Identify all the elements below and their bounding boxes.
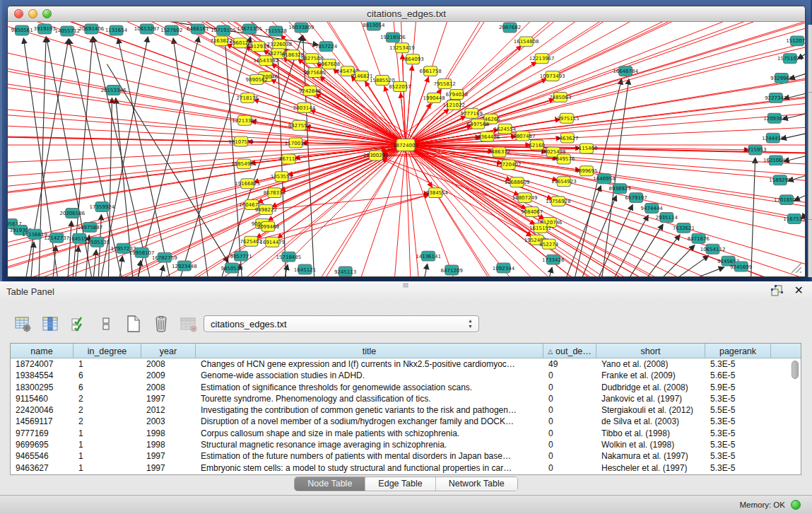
tab-node-table[interactable]: Node Table [295, 477, 365, 491]
float-window-icon[interactable] [771, 285, 783, 296]
reference-edge[interactable] [120, 256, 123, 276]
node-label: 1615152 [529, 226, 551, 231]
table-row[interactable]: 911546021997Tourette syndrome. Phenomeno… [11, 393, 801, 404]
node-label: 12213386 [232, 118, 257, 124]
node-label: 1353554 [271, 174, 293, 180]
citation-edge[interactable] [266, 194, 429, 210]
table-row[interactable]: 946554611997Estimation of the future num… [11, 450, 801, 462]
column-header-in_degree[interactable]: in_degree [73, 344, 141, 358]
table-row[interactable]: 1938455462009Genome-wide association stu… [11, 370, 801, 381]
column-header-title[interactable]: title [196, 344, 543, 358]
table-cell: Corpus callosum shape and size in male p… [196, 428, 543, 439]
node-label: 19384554 [423, 190, 448, 196]
table-toolbar: f(x) [14, 313, 225, 334]
table-row[interactable]: 2242004622012Investigating the contribut… [11, 404, 801, 416]
node-label: 16648784 [613, 69, 638, 74]
node-label: 867110 [279, 156, 298, 162]
reference-edge[interactable] [425, 264, 428, 276]
table-row[interactable]: 977716911998Corpus callosum shape and si… [11, 428, 801, 439]
node-label: 20691406 [79, 26, 105, 32]
table-cell: Dudbridge et al. (2008) [596, 382, 705, 393]
node-label: 2718176 [237, 95, 259, 101]
reference-edge[interactable] [550, 267, 552, 276]
resize-grip-icon[interactable] [789, 261, 802, 274]
column-header-pagerank[interactable]: pagerank [705, 344, 771, 358]
table-cell: Wolkin et al. (1998) [596, 439, 705, 450]
reference-edge[interactable] [689, 267, 724, 276]
table-cell: 1998 [141, 439, 196, 450]
memory-ok-indicator-icon[interactable] [791, 500, 801, 510]
table-cell: Nakamura et al. (1997) [596, 450, 705, 462]
table-cell: 0 [543, 404, 596, 416]
node-label: 10973493 [540, 74, 565, 79]
panel-title: Table Panel [6, 286, 54, 297]
node-label: 10807487 [510, 134, 536, 139]
new-table-button[interactable] [124, 315, 143, 333]
table-cell: Franke et al. (2009) [596, 370, 705, 381]
node-label: 19654923 [551, 179, 577, 185]
node-label: 1244415 [762, 136, 784, 141]
node-label: 8471676 [688, 236, 710, 242]
delete-table-button[interactable] [152, 315, 170, 333]
column-header-name[interactable]: name [11, 344, 73, 358]
table-cell: 0 [543, 382, 596, 393]
node-label: 23226038 [267, 42, 293, 47]
merge-tables-button[interactable] [97, 315, 115, 333]
reference-edge[interactable] [781, 134, 805, 139]
window-titlebar[interactable]: citations_edges.txt [8, 6, 805, 22]
table-row[interactable]: 969969511998Structural magnetic resonanc… [11, 439, 801, 450]
table-select-dropdown[interactable]: citations_edges.txt ▲▼ [204, 315, 479, 332]
reference-edge[interactable] [173, 38, 208, 276]
splitter-handle-icon[interactable] [401, 283, 411, 288]
node-label: 13253419 [389, 45, 415, 51]
citation-edge[interactable] [406, 66, 412, 145]
reference-edge[interactable] [93, 250, 96, 276]
network-canvas[interactable]: 1872400771638228960128891293423226038982… [8, 22, 805, 276]
table-row[interactable]: 1872400712008Changes of HCN gene express… [11, 358, 801, 370]
tab-edge-table[interactable]: Edge Table [365, 477, 435, 491]
node-label: 16033809 [289, 25, 314, 30]
table-row[interactable]: 946362711997Embryonic stem cells: a mode… [11, 462, 801, 474]
window-title: citations_edges.txt [8, 8, 805, 19]
node-label: 7955812 [434, 81, 456, 87]
node-label: 1092344 [493, 266, 515, 271]
citation-edge[interactable] [272, 194, 429, 242]
reference-edge[interactable] [225, 38, 242, 276]
table-cell: 2009 [141, 370, 196, 381]
node-label: 9463627 [556, 136, 578, 141]
table-scrollbar[interactable] [791, 360, 799, 473]
node-label: 10719155 [211, 28, 236, 33]
close-panel-icon[interactable]: ✕ [794, 285, 804, 296]
table-row[interactable]: 1456911722003Disruption of a novel membe… [11, 416, 801, 427]
table-cell: Hescheler et al. (1997) [596, 462, 705, 474]
tab-network-table[interactable]: Network Table [436, 477, 517, 491]
table-cell: 2008 [141, 358, 196, 370]
table-cell: 9699695 [11, 439, 73, 450]
column-header-short[interactable]: short [596, 344, 705, 358]
table-cell: Estimation of significance thresholds fo… [196, 382, 543, 393]
node-label: 8678334 [264, 190, 286, 196]
table-cell: 6 [73, 382, 141, 393]
citation-edge[interactable] [382, 156, 564, 159]
table-settings-button[interactable] [14, 315, 33, 333]
node-label: 1640954 [593, 176, 616, 182]
scrollbar-thumb[interactable] [792, 361, 799, 379]
network-window[interactable]: citations_edges.txt 18724007716382289601… [7, 6, 806, 277]
reference-edge[interactable] [628, 224, 663, 276]
column-header-out_de[interactable]: △out_de… [543, 344, 596, 358]
table-cell: 5.3E-5 [705, 439, 771, 450]
reference-edge[interactable] [161, 265, 164, 276]
table-cell: 9777169 [11, 428, 73, 439]
reference-edge[interactable] [645, 235, 680, 276]
table-cell: 5.3E-5 [705, 428, 771, 439]
table-row[interactable]: 1830029562008Estimation of significance … [11, 382, 801, 393]
node-label: 10975887 [78, 225, 103, 230]
node-label: 1624554 [494, 127, 517, 132]
node-label: 9242848 [299, 88, 321, 94]
table-cell: 22420046 [11, 404, 73, 416]
node-label: 19854905 [231, 161, 257, 167]
show-columns-button[interactable] [42, 315, 60, 333]
column-header-year[interactable]: year [141, 344, 196, 358]
node-label: 9875685 [304, 70, 326, 76]
row-selection-button[interactable] [69, 315, 88, 333]
